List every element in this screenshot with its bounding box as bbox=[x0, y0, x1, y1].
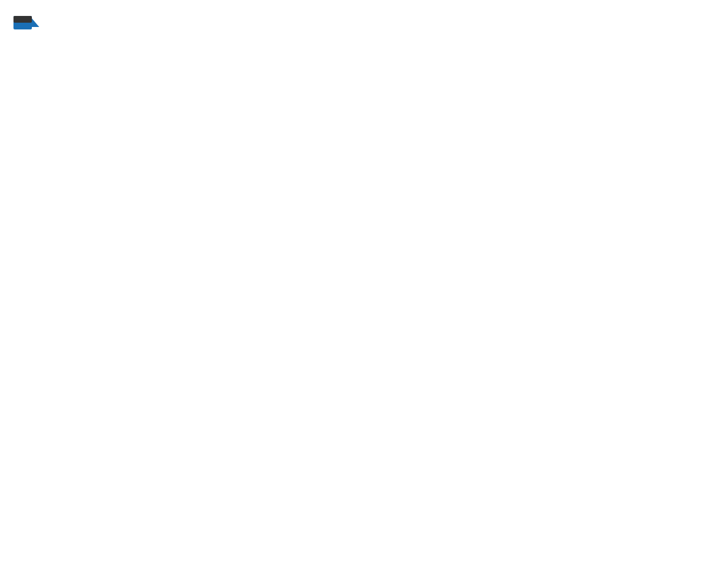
svg-rect-1 bbox=[13, 16, 32, 23]
page-header bbox=[12, 12, 716, 42]
logo bbox=[12, 12, 44, 42]
logo-icon bbox=[12, 12, 42, 42]
svg-marker-2 bbox=[32, 18, 39, 27]
